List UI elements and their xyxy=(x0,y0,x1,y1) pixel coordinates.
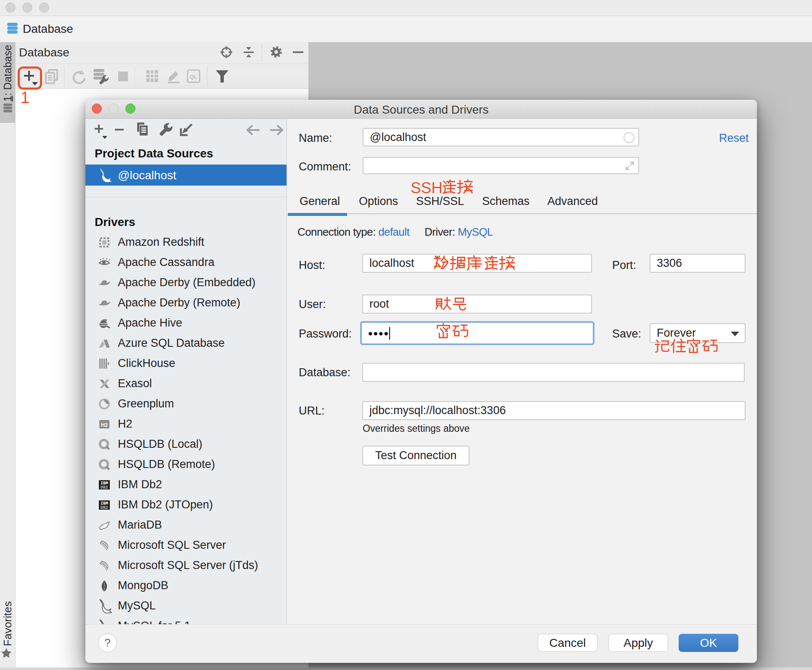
svg-text:DB2: DB2 xyxy=(101,485,108,490)
svg-text:QL: QL xyxy=(190,74,197,80)
svg-text:DB2: DB2 xyxy=(101,505,108,510)
svg-text:H2: H2 xyxy=(101,422,108,428)
